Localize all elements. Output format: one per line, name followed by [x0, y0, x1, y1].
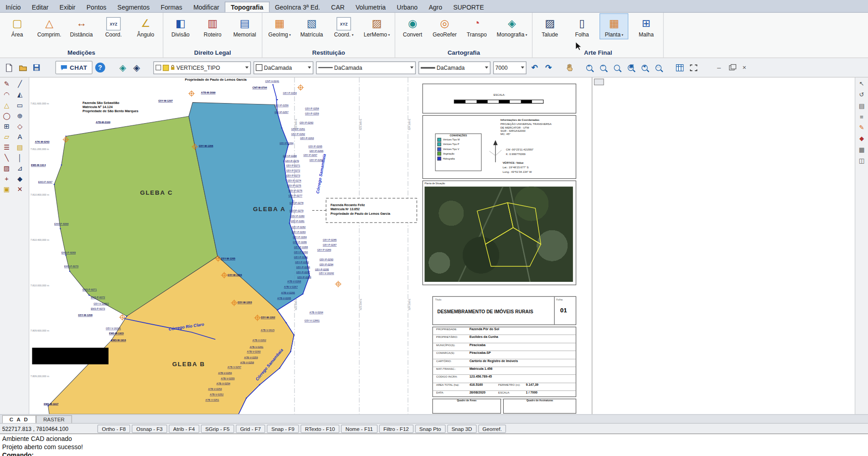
split-view-tool[interactable]: ◫	[859, 157, 865, 165]
selection-handle[interactable]	[594, 78, 604, 85]
solid-diamond-tool[interactable]: ◆	[13, 173, 26, 184]
menu-tab-car[interactable]: CAR	[326, 2, 350, 12]
close-window-icon[interactable]: ×	[740, 64, 749, 72]
ribbon-button--rea[interactable]: ▢Área	[3, 13, 31, 39]
menu-tab-geoincra-3-ed-[interactable]: GeoIncra 3ª Ed.	[269, 2, 326, 12]
ribbon-button--ngulo[interactable]: ∠Ângulo	[131, 13, 160, 39]
ribbon-button-malha[interactable]: ⊞Malha	[632, 13, 661, 39]
ribbon-button-planta[interactable]: ▦Planta▾	[599, 13, 628, 39]
mirror-tool[interactable]: ◭	[13, 89, 26, 99]
layer-manager-icon[interactable]: ◈	[131, 62, 142, 73]
layer-visibility-checkbox[interactable]	[155, 65, 161, 70]
ribbon-button-roteiro[interactable]: ▥Roteiro	[198, 13, 227, 39]
status-toggle-rtexto-f10[interactable]: RTexto - F10	[300, 425, 339, 433]
ribbon-button-georefer[interactable]: ◎GeoRefer	[430, 13, 459, 39]
point-tool[interactable]: ⊕	[13, 110, 26, 121]
select-arrow-tool[interactable]: ↖	[859, 80, 864, 88]
circle-tool[interactable]: ◯	[0, 110, 13, 121]
tab-raster[interactable]: RASTER	[36, 415, 72, 423]
snap-diamond-tool[interactable]: ◆	[859, 135, 864, 142]
zoom-previous-icon[interactable]: ◂	[639, 62, 650, 73]
menu-tab-exibir[interactable]: Exibir	[54, 2, 81, 12]
fullscreen-icon[interactable]	[688, 62, 699, 73]
ribbon-button-matr-cula[interactable]: ▧Matrícula	[297, 13, 326, 39]
menu-tab-volumetria[interactable]: Volumetria	[350, 2, 391, 12]
cad-canvas[interactable]: 522.500 E522.500 E523.300 E523.300 E524.…	[29, 78, 854, 414]
menu-tab-topografia[interactable]: Topografia	[225, 2, 269, 12]
zoom-window-icon[interactable]	[611, 62, 622, 73]
layers-panel-tool[interactable]: ▤	[859, 103, 865, 110]
ribbon-button-geoimg[interactable]: ▦GeoImg▾	[265, 13, 294, 39]
menu-tab-formas[interactable]: Formas	[155, 2, 188, 12]
menu-tab-editar[interactable]: Editar	[26, 2, 54, 12]
angle-measure-tool[interactable]: ⊿	[13, 163, 26, 173]
ribbon-button-coord-[interactable]: XYZCoord.	[99, 13, 128, 39]
table-tool[interactable]: ▤	[13, 142, 26, 152]
command-prompt[interactable]: Comando:	[2, 451, 866, 456]
triangle-tool[interactable]: △	[0, 100, 13, 110]
backslash-tool[interactable]: ╲	[0, 152, 13, 163]
ribbon-button-divis-o[interactable]: ◧Divisão	[166, 13, 195, 39]
zoom-out-icon[interactable]: −	[598, 62, 609, 73]
chat-button[interactable]: CHAT	[55, 61, 92, 74]
ribbon-button-coord-[interactable]: XYZCoord.▾	[329, 13, 358, 39]
rotate-view-tool[interactable]: ↺	[859, 91, 864, 98]
status-toggle-nome-f11[interactable]: Nome - F11	[341, 425, 377, 433]
grid-tool[interactable]: ⊞	[0, 121, 13, 131]
undo-icon[interactable]: ↶	[529, 62, 540, 73]
menu-tab-segmentos[interactable]: Segmentos	[112, 2, 155, 12]
ribbon-button-dist-ncia[interactable]: ↔Distância	[67, 13, 96, 39]
menu-tab-in-cio[interactable]: Início	[0, 2, 26, 12]
menu-tab-urbano[interactable]: Urbano	[391, 2, 423, 12]
ribbon-button-convert[interactable]: ◉Convert	[398, 13, 427, 39]
ribbon-button-monografia[interactable]: ◈Monografia▾	[495, 13, 530, 39]
plus-tool[interactable]: +	[0, 173, 13, 184]
ribbon-button-transpo[interactable]: ◔Transpo	[462, 13, 491, 39]
help-icon[interactable]: ?	[95, 62, 105, 73]
redo-icon[interactable]: ↷	[543, 62, 554, 73]
ribbon-button-talude[interactable]: ▨Talude	[536, 13, 564, 39]
ribbon-button-memorial[interactable]: ▤Memorial	[230, 13, 259, 39]
pencil-tool[interactable]: ✎	[0, 78, 13, 89]
restore-window-icon[interactable]	[726, 62, 737, 73]
zoom-extents-icon[interactable]: ▣	[625, 62, 636, 73]
ribbon-button-lermemo[interactable]: ▨LerMemo▾	[362, 13, 392, 39]
new-file-icon[interactable]	[3, 62, 14, 73]
menu-tab-pontos[interactable]: Pontos	[81, 2, 112, 12]
status-toggle-snap-f9[interactable]: Snap - F9	[267, 425, 299, 433]
status-toggle-georref-[interactable]: Georref.	[478, 425, 506, 433]
status-toggle-atrib-f4[interactable]: Atrib - F4	[169, 425, 199, 433]
list-tool[interactable]: ☰	[0, 142, 13, 152]
filled-square-tool[interactable]: ▣	[0, 184, 13, 194]
list-panel-tool[interactable]: ≡	[860, 114, 863, 120]
text-tool[interactable]: A	[13, 131, 26, 142]
save-icon[interactable]	[31, 62, 42, 73]
pan-hand-icon[interactable]	[564, 62, 575, 73]
menu-tab-suporte[interactable]: SUPORTE	[448, 2, 490, 12]
parallelogram-tool[interactable]: ▱	[0, 131, 13, 142]
line-tool[interactable]: ╱	[13, 78, 26, 89]
lineweight-select[interactable]: DaCamada	[418, 61, 491, 74]
vertical-line-tool[interactable]: │	[13, 152, 26, 163]
status-toggle-osnap-f3[interactable]: Osnap - F3	[132, 425, 167, 433]
command-console[interactable]: Ambiente CAD acionado Projeto aberto com…	[0, 434, 868, 456]
layer-select[interactable]: VERTICES_TIPO	[153, 61, 251, 74]
attribute-table-icon[interactable]	[674, 62, 685, 73]
color-select[interactable]: DaCamada	[253, 61, 313, 74]
menu-tab-agro[interactable]: Agro	[423, 2, 448, 12]
ribbon-button-folha[interactable]: ▯Folha	[568, 13, 596, 39]
grid-panel-tool[interactable]: ▦	[859, 146, 865, 154]
tab-cad[interactable]: C A D	[2, 415, 36, 423]
erase-tool[interactable]: ✕	[13, 184, 26, 194]
arc-tool[interactable]: ◠	[0, 89, 13, 99]
rectangle-tool[interactable]: ▭	[13, 100, 26, 110]
zoom-selection-icon[interactable]: □	[653, 62, 664, 73]
status-toggle-snap-3d[interactable]: Snap 3D	[447, 425, 476, 433]
hatch-tool[interactable]: ▨	[0, 163, 13, 173]
menu-tab-modificar[interactable]: Modificar	[188, 2, 225, 12]
open-folder-icon[interactable]	[17, 62, 28, 73]
minimize-window-icon[interactable]: –	[714, 64, 723, 72]
linetype-select[interactable]: DaCamada	[316, 61, 416, 74]
layers-icon[interactable]: ◈	[117, 62, 128, 73]
status-toggle-ortho-f8[interactable]: Ortho - F8	[98, 425, 130, 433]
